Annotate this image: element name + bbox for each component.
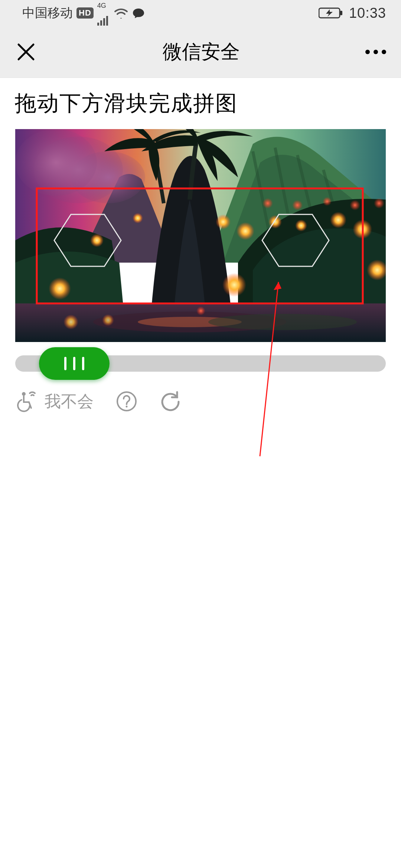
status-bar: 中国移动 HD 4G — [0, 0, 401, 26]
svg-point-30 — [263, 198, 273, 208]
more-icon[interactable] — [365, 50, 386, 54]
svg-point-35 — [196, 306, 205, 315]
captcha-image — [15, 129, 386, 342]
close-icon[interactable] — [15, 41, 37, 63]
svg-rect-0 — [97, 23, 99, 26]
help-icon[interactable] — [116, 391, 137, 412]
wifi-icon — [114, 7, 128, 19]
svg-point-42 — [126, 406, 128, 408]
title-bar: 微信安全 — [0, 26, 401, 78]
mobile-data-icon: 4G — [97, 1, 110, 26]
accessibility-icon[interactable] — [15, 390, 37, 412]
svg-point-41 — [117, 392, 136, 411]
svg-marker-6 — [326, 9, 333, 17]
captcha-panel: 拖动下方滑块完成拼图 — [0, 78, 401, 372]
grip-bar-icon — [73, 357, 75, 370]
svg-point-31 — [292, 200, 303, 210]
svg-point-34 — [374, 198, 384, 208]
svg-point-21 — [222, 273, 246, 297]
hd-badge: HD — [76, 7, 94, 19]
svg-point-17 — [49, 277, 71, 300]
page-title: 微信安全 — [163, 39, 240, 65]
svg-point-40 — [22, 392, 26, 396]
battery-icon — [319, 7, 343, 19]
svg-point-32 — [323, 197, 332, 206]
refresh-icon[interactable] — [160, 391, 181, 412]
svg-point-29 — [102, 314, 114, 326]
svg-rect-3 — [106, 16, 108, 26]
svg-rect-5 — [340, 11, 342, 15]
svg-point-20 — [216, 214, 231, 229]
carrier-label: 中国移动 — [22, 4, 73, 22]
chat-bubble-icon — [132, 7, 145, 19]
svg-point-16 — [208, 314, 357, 330]
svg-point-33 — [350, 200, 360, 210]
grip-bar-icon — [82, 357, 84, 370]
help-link[interactable]: 我不会 — [45, 391, 94, 412]
clock-label: 10:33 — [349, 5, 386, 21]
svg-point-12 — [15, 129, 97, 196]
slider-handle[interactable] — [39, 347, 110, 380]
svg-point-25 — [330, 212, 346, 228]
svg-point-28 — [63, 315, 78, 329]
instruction-text: 拖动下方滑块完成拼图 — [15, 89, 386, 118]
svg-point-22 — [237, 222, 254, 240]
svg-rect-2 — [103, 18, 105, 26]
grip-bar-icon — [64, 357, 66, 370]
svg-point-24 — [295, 220, 307, 231]
svg-point-19 — [133, 213, 143, 223]
svg-rect-1 — [100, 20, 102, 26]
svg-point-18 — [90, 234, 104, 247]
slider-track[interactable] — [15, 355, 386, 372]
